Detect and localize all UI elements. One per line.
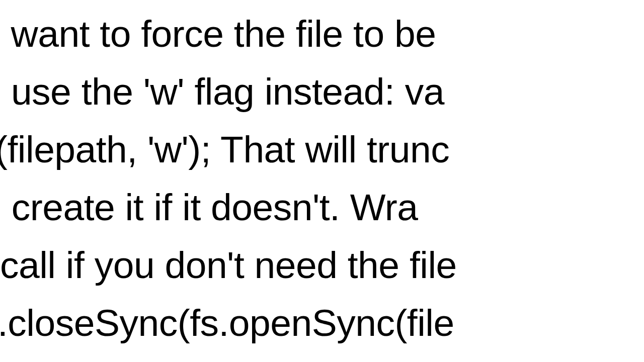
text-line-2: to use the 'w' flag instead: va [0, 63, 444, 121]
text-line-4: nd create it if it doesn't. Wra [0, 178, 418, 236]
text-line-6: .closeSync(fs.openSync(file [0, 294, 454, 352]
text-line-1: u want to force the file to be [0, 5, 436, 63]
text-line-5: call if you don't need the file [0, 236, 457, 294]
text-line-3: (filepath, 'w'); That will trunc [0, 121, 449, 178]
